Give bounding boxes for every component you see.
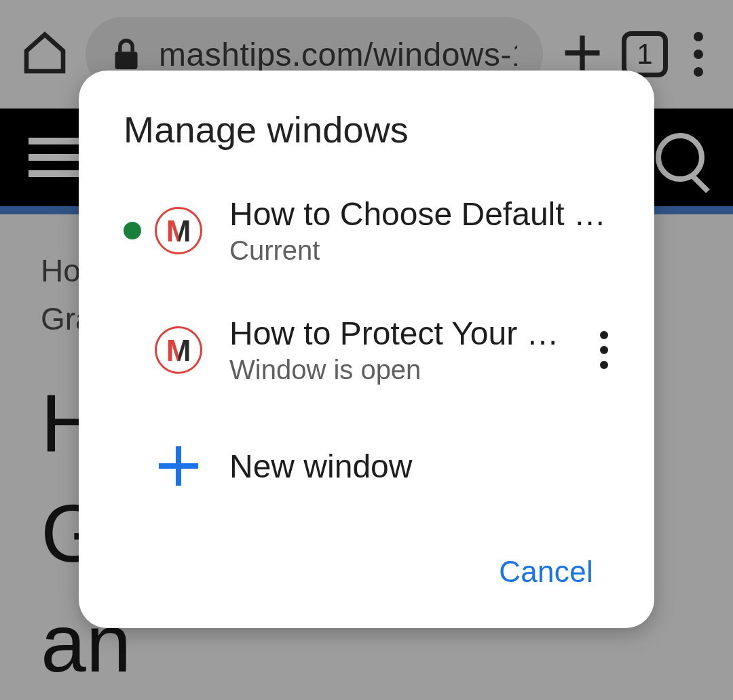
window-item-text: How to Protect Your Go… Window is open: [229, 315, 582, 385]
window-item-current[interactable]: M How to Choose Default … Current: [79, 171, 654, 290]
window-item-subtitle: Current: [229, 235, 612, 266]
new-window-label: New window: [229, 448, 412, 485]
plus-icon: [155, 442, 202, 490]
window-item[interactable]: M How to Protect Your Go… Window is open: [79, 290, 654, 410]
new-window-item[interactable]: New window: [79, 410, 654, 528]
current-indicator-dot: [124, 222, 141, 239]
dialog-title: Manage windows: [79, 109, 654, 171]
favicon-icon: M: [155, 326, 202, 374]
favicon-icon: M: [155, 207, 202, 254]
manage-windows-dialog: Manage windows M How to Choose Default ……: [79, 71, 654, 628]
current-indicator-spacer: [124, 341, 141, 359]
cancel-button[interactable]: Cancel: [483, 548, 609, 596]
window-item-subtitle: Window is open: [229, 355, 582, 385]
window-item-text: How to Choose Default … Current: [229, 195, 612, 266]
window-item-overflow-icon[interactable]: [596, 323, 612, 377]
dialog-actions: Cancel: [79, 528, 654, 596]
window-item-title: How to Protect Your Go…: [229, 315, 582, 352]
window-item-title: How to Choose Default …: [229, 195, 612, 233]
